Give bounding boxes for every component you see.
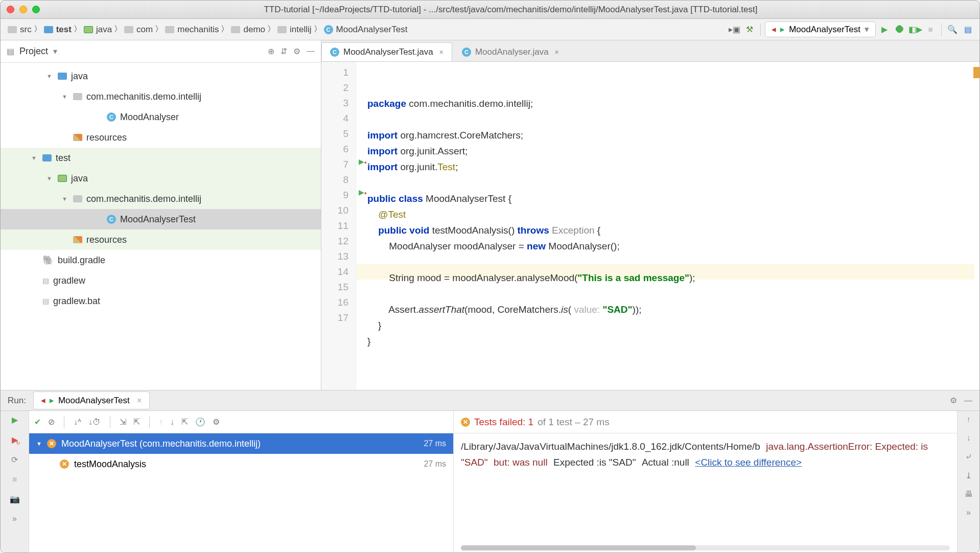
tree-item-com.mechanitis.demo.intellij[interactable]: ▼com.mechanitis.demo.intellij bbox=[1, 86, 321, 107]
gear-icon[interactable]: ⚙ bbox=[950, 396, 957, 405]
soft-wrap-icon[interactable]: ⤶ bbox=[965, 452, 972, 462]
minimize-window-icon[interactable] bbox=[19, 6, 27, 13]
breadcrumb-test[interactable]: test bbox=[42, 24, 74, 36]
collapse-icon[interactable]: ⇵ bbox=[281, 47, 287, 56]
tree-item-resources[interactable]: resources bbox=[1, 127, 321, 148]
console-output[interactable]: /Library/Java/JavaVirtualMachines/jdk1.8… bbox=[454, 433, 957, 552]
tree-item-resources[interactable]: resources bbox=[1, 229, 321, 250]
horizontal-scrollbar[interactable] bbox=[461, 545, 950, 550]
editor-tab-MoodAnalyserTest.java[interactable]: CMoodAnalyserTest.java× bbox=[321, 42, 452, 61]
window-title: TTD-tutorial [~/IdeaProjects/TTD-tutoria… bbox=[48, 5, 973, 15]
test-toolbar: ✔ ⊘ ↓ᴬ ↓⏱ ⇲ ⇱ ↑ ↓ ⇱ 🕐 ⚙ bbox=[29, 411, 453, 433]
expand-icon[interactable]: ⇲ bbox=[120, 417, 126, 427]
run-config-label: MoodAnalyserTest bbox=[789, 25, 860, 35]
tree-item-gradlew[interactable]: ▤gradlew bbox=[1, 270, 321, 291]
tests-info-label: of 1 test – 27 ms bbox=[538, 417, 609, 428]
run-tool-window: Run: ◂▸ MoodAnalyserTest × ⚙ — ▶ ▶↻ ⟳ ■ … bbox=[1, 390, 979, 552]
tests-failed-label: Tests failed: 1 bbox=[474, 417, 533, 428]
more-icon[interactable]: » bbox=[12, 514, 17, 523]
structure-icon[interactable]: ▤ bbox=[961, 23, 974, 36]
breadcrumb-mechanitis[interactable]: mechanitis bbox=[163, 24, 221, 36]
hammer-build-icon[interactable]: ⚒ bbox=[743, 23, 756, 36]
maximize-window-icon[interactable] bbox=[32, 6, 40, 13]
test-console: ✕ Tests failed: 1 of 1 test – 27 ms /Lib… bbox=[453, 411, 957, 552]
breadcrumb-com[interactable]: com bbox=[122, 24, 155, 36]
export-icon[interactable]: ⇱ bbox=[181, 417, 188, 427]
editor-area: CMoodAnalyserTest.java×CMoodAnalyser.jav… bbox=[321, 40, 979, 390]
close-window-icon[interactable] bbox=[7, 6, 14, 13]
titlebar: TTD-tutorial [~/IdeaProjects/TTD-tutoria… bbox=[1, 1, 979, 19]
history-icon[interactable]: 🕐 bbox=[195, 417, 205, 427]
breadcrumb-java[interactable]: java bbox=[82, 24, 114, 36]
fail-icon: ✕ bbox=[461, 418, 470, 427]
navigation-bar: src〉test〉java〉com〉mechanitis〉demo〉intell… bbox=[1, 19, 979, 40]
search-icon[interactable]: 🔍 bbox=[946, 23, 959, 36]
tree-item-java[interactable]: ▼java bbox=[1, 66, 321, 86]
warning-marker[interactable] bbox=[973, 67, 979, 78]
project-tree[interactable]: ▼java▼com.mechanitis.demo.intellijCMoodA… bbox=[1, 63, 321, 390]
hide-icon[interactable]: — bbox=[307, 47, 315, 56]
tree-item-com.mechanitis.demo.intellij[interactable]: ▼com.mechanitis.demo.intellij bbox=[1, 189, 321, 209]
show-passed-icon[interactable]: ✔ bbox=[34, 417, 41, 427]
rerun-failed-icon[interactable]: ▶↻ bbox=[12, 435, 18, 445]
debug-icon[interactable]: ⯃ bbox=[893, 23, 906, 36]
scroll-end-icon[interactable]: ⤓ bbox=[965, 471, 972, 480]
run-configuration-selector[interactable]: ◂▸ MoodAnalyserTest ▾ bbox=[765, 21, 876, 37]
close-tab-icon[interactable]: × bbox=[555, 48, 559, 56]
breadcrumb-MoodAnalyserTest[interactable]: CMoodAnalyserTest bbox=[322, 24, 410, 36]
more-icon[interactable]: » bbox=[966, 508, 971, 517]
show-ignored-icon[interactable]: ⊘ bbox=[48, 417, 55, 427]
hide-icon[interactable]: — bbox=[964, 396, 972, 405]
run-label: Run: bbox=[8, 396, 26, 406]
close-tab-icon[interactable]: × bbox=[439, 48, 444, 56]
run-tab[interactable]: ◂▸ MoodAnalyserTest × bbox=[33, 391, 150, 409]
tree-item-MoodAnalyser[interactable]: CMoodAnalyser bbox=[1, 107, 321, 127]
editor-tab-MoodAnalyser.java[interactable]: CMoodAnalyser.java× bbox=[453, 42, 568, 61]
sort-icon[interactable]: ↓ᴬ bbox=[74, 417, 81, 427]
tree-item-build.gradle[interactable]: 🐘build.gradle bbox=[1, 250, 321, 270]
console-right-toolbar: ↑ ↓ ⤶ ⤓ 🖶 » bbox=[957, 411, 979, 552]
caret-icon[interactable]: ▸▣ bbox=[728, 23, 741, 36]
prev-icon[interactable]: ↑ bbox=[159, 418, 163, 427]
coverage-icon[interactable]: ◧▶ bbox=[908, 23, 922, 36]
dump-icon[interactable]: 📷 bbox=[10, 494, 20, 504]
down-icon[interactable]: ↓ bbox=[967, 433, 971, 443]
window-controls bbox=[7, 6, 40, 13]
breadcrumb-src[interactable]: src bbox=[6, 24, 34, 36]
see-difference-link[interactable]: <Click to see difference> bbox=[695, 457, 802, 468]
collapse-icon[interactable]: ⇱ bbox=[133, 417, 140, 427]
rerun-icon[interactable]: ▶ bbox=[12, 415, 18, 425]
code-editor[interactable]: package com.mechanitis.demo.intellij; im… bbox=[356, 62, 979, 390]
tree-item-gradlew.bat[interactable]: ▤gradlew.bat bbox=[1, 291, 321, 311]
test-row[interactable]: ▼✕MoodAnalyserTest (com.mechanitis.demo.… bbox=[29, 433, 453, 454]
tree-item-java[interactable]: ▼java bbox=[1, 168, 321, 189]
gear-icon[interactable]: ⚙ bbox=[293, 47, 300, 56]
gutter: 1234567891011121314151617▶●▶● bbox=[321, 62, 356, 390]
next-icon[interactable]: ↓ bbox=[170, 418, 174, 427]
breadcrumb-intellij[interactable]: intellij bbox=[275, 24, 314, 36]
tree-item-MoodAnalyserTest[interactable]: CMoodAnalyserTest bbox=[1, 209, 321, 229]
settings-icon[interactable]: ⚙ bbox=[213, 417, 220, 427]
test-tree[interactable]: ▼✕MoodAnalyserTest (com.mechanitis.demo.… bbox=[29, 433, 453, 552]
test-row[interactable]: ✕testMoodAnalysis27 ms bbox=[29, 454, 453, 474]
stop-icon: ■ bbox=[924, 23, 937, 36]
project-label: Project bbox=[19, 46, 48, 57]
sort-time-icon[interactable]: ↓⏱ bbox=[88, 418, 101, 427]
project-tool-window: ▤ Project ▾ ⊕ ⇵ ⚙ — ▼java▼com.mechanitis… bbox=[1, 40, 321, 390]
stop-icon: ■ bbox=[12, 475, 17, 484]
up-icon[interactable]: ↑ bbox=[967, 415, 971, 424]
print-icon[interactable]: 🖶 bbox=[965, 490, 973, 499]
locate-icon[interactable]: ⊕ bbox=[268, 47, 274, 56]
run-icon[interactable]: ▶ bbox=[878, 23, 891, 36]
toggle-auto-icon[interactable]: ⟳ bbox=[11, 455, 18, 465]
breadcrumb-demo[interactable]: demo bbox=[229, 24, 267, 36]
editor-tabs: CMoodAnalyserTest.java×CMoodAnalyser.jav… bbox=[321, 40, 979, 62]
run-left-toolbar: ▶ ▶↻ ⟳ ■ 📷 » bbox=[1, 411, 29, 552]
tree-item-test[interactable]: ▼test bbox=[1, 148, 321, 168]
